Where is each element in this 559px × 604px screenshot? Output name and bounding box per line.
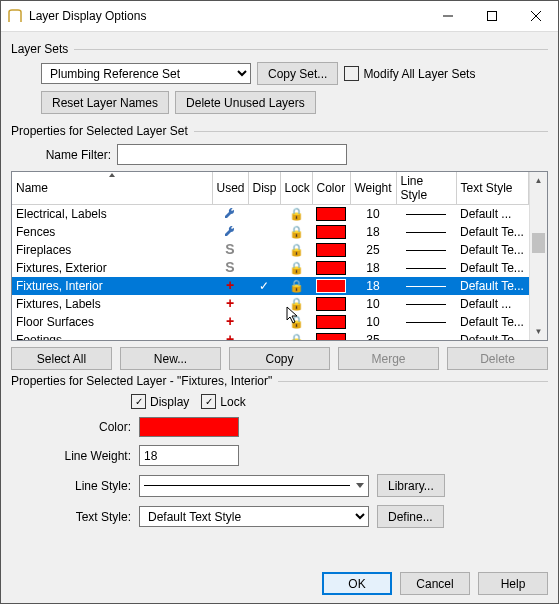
cell-color[interactable] — [312, 259, 350, 277]
copy-layer-button[interactable]: Copy — [229, 347, 330, 370]
cell-disp[interactable] — [248, 331, 280, 341]
maximize-button[interactable] — [470, 1, 514, 31]
cell-text-style: Default Te... — [456, 223, 529, 241]
cell-lock[interactable]: 🔒 — [280, 223, 312, 241]
selected-layer-group: Properties for Selected Layer - "Fixture… — [11, 374, 548, 388]
cell-disp[interactable] — [248, 205, 280, 223]
color-swatch — [316, 297, 346, 311]
new-layer-button[interactable]: New... — [120, 347, 221, 370]
cell-disp[interactable]: ✓ — [248, 277, 280, 295]
color-label: Color: — [31, 420, 139, 434]
table-row[interactable]: Fixtures, Interior+✓🔒18Default Te... — [12, 277, 529, 295]
cell-color[interactable] — [312, 331, 350, 341]
col-weight[interactable]: Weight — [350, 172, 396, 205]
col-disp[interactable]: Disp — [248, 172, 280, 205]
cell-disp[interactable] — [248, 295, 280, 313]
line-style-preview — [406, 250, 446, 251]
line-style-select[interactable] — [139, 475, 369, 497]
cell-lock[interactable]: 🔒 — [280, 313, 312, 331]
cell-lock[interactable]: 🔒 — [280, 241, 312, 259]
line-style-preview — [406, 286, 446, 287]
cell-color[interactable] — [312, 277, 350, 295]
scroll-down-icon[interactable]: ▼ — [530, 323, 547, 340]
cell-line-style[interactable] — [396, 277, 456, 295]
table-scrollbar[interactable]: ▲ ▼ — [529, 172, 547, 340]
table-row[interactable]: Fixtures, Labels+🔒10Default ... — [12, 295, 529, 313]
col-lock[interactable]: Lock — [280, 172, 312, 205]
table-row[interactable]: Floor Surfaces+🔒10Default Te... — [12, 313, 529, 331]
checkmark-icon: ✓ — [201, 394, 216, 409]
cell-color[interactable] — [312, 313, 350, 331]
table-row[interactable]: Fences🔒18Default Te... — [12, 223, 529, 241]
cell-line-style[interactable] — [396, 259, 456, 277]
cell-disp[interactable] — [248, 223, 280, 241]
col-text-style[interactable]: Text Style — [456, 172, 529, 205]
lock-checkbox[interactable]: ✓ Lock — [201, 394, 245, 409]
cell-used — [212, 223, 248, 241]
cell-line-style[interactable] — [396, 295, 456, 313]
color-swatch — [316, 333, 346, 340]
col-line-style[interactable]: Line Style — [396, 172, 456, 205]
name-filter-input[interactable] — [117, 144, 347, 165]
modify-all-checkbox[interactable]: Modify All Layer Sets — [344, 66, 475, 81]
cell-weight: 10 — [350, 205, 396, 223]
close-button[interactable] — [514, 1, 558, 31]
table-row[interactable]: FireplacesS🔒25Default Te... — [12, 241, 529, 259]
minimize-button[interactable] — [426, 1, 470, 31]
text-style-label: Text Style: — [31, 510, 139, 524]
cell-lock[interactable]: 🔒 — [280, 259, 312, 277]
cell-lock[interactable]: 🔒 — [280, 277, 312, 295]
scroll-thumb[interactable] — [532, 233, 545, 253]
cell-color[interactable] — [312, 223, 350, 241]
cell-disp[interactable] — [248, 313, 280, 331]
cell-text-style: Default ... — [456, 205, 529, 223]
lock-icon: 🔒 — [289, 225, 304, 239]
col-color[interactable]: Color — [312, 172, 350, 205]
cell-line-style[interactable] — [396, 223, 456, 241]
cell-disp[interactable] — [248, 241, 280, 259]
cell-line-style[interactable] — [396, 313, 456, 331]
color-swatch-button[interactable] — [139, 417, 239, 437]
lock-icon: 🔒 — [289, 279, 304, 293]
lock-icon: 🔒 — [289, 261, 304, 275]
cell-disp[interactable] — [248, 259, 280, 277]
col-name[interactable]: Name — [12, 172, 212, 205]
cell-lock[interactable]: 🔒 — [280, 205, 312, 223]
scroll-up-icon[interactable]: ▲ — [530, 172, 547, 189]
line-style-label: Line Style: — [31, 479, 139, 493]
cell-line-style[interactable] — [396, 205, 456, 223]
help-button[interactable]: Help — [478, 572, 548, 595]
cell-weight: 18 — [350, 277, 396, 295]
table-row[interactable]: Footings+🔒35Default Te... — [12, 331, 529, 341]
S-icon: S — [223, 242, 237, 256]
cell-line-style[interactable] — [396, 241, 456, 259]
cell-lock[interactable]: 🔒 — [280, 295, 312, 313]
table-row[interactable]: Fixtures, ExteriorS🔒18Default Te... — [12, 259, 529, 277]
copy-set-button[interactable]: Copy Set... — [257, 62, 338, 85]
cancel-button[interactable]: Cancel — [400, 572, 470, 595]
table-row[interactable]: Electrical, Labels🔒10Default ... — [12, 205, 529, 223]
text-style-select[interactable]: Default Text Style — [139, 506, 369, 527]
name-filter-label: Name Filter: — [41, 148, 111, 162]
line-weight-input[interactable] — [139, 445, 239, 466]
define-button[interactable]: Define... — [377, 505, 444, 528]
select-all-button[interactable]: Select All — [11, 347, 112, 370]
plus-icon: + — [223, 332, 237, 340]
delete-unused-layers-button[interactable]: Delete Unused Layers — [175, 91, 316, 114]
cell-used: + — [212, 295, 248, 313]
library-button[interactable]: Library... — [377, 474, 445, 497]
cell-color[interactable] — [312, 205, 350, 223]
col-used[interactable]: Used — [212, 172, 248, 205]
reset-layer-names-button[interactable]: Reset Layer Names — [41, 91, 169, 114]
cell-text-style: Default Te... — [456, 313, 529, 331]
cell-color[interactable] — [312, 241, 350, 259]
cell-weight: 18 — [350, 223, 396, 241]
ok-button[interactable]: OK — [322, 572, 392, 595]
cell-color[interactable] — [312, 295, 350, 313]
display-checkbox[interactable]: ✓ Display — [131, 394, 189, 409]
cell-line-style[interactable] — [396, 331, 456, 341]
dropdown-icon — [356, 483, 364, 488]
layer-set-select[interactable]: Plumbing Reference Set — [41, 63, 251, 84]
cell-lock[interactable]: 🔒 — [280, 331, 312, 341]
plus-icon: + — [223, 278, 237, 292]
